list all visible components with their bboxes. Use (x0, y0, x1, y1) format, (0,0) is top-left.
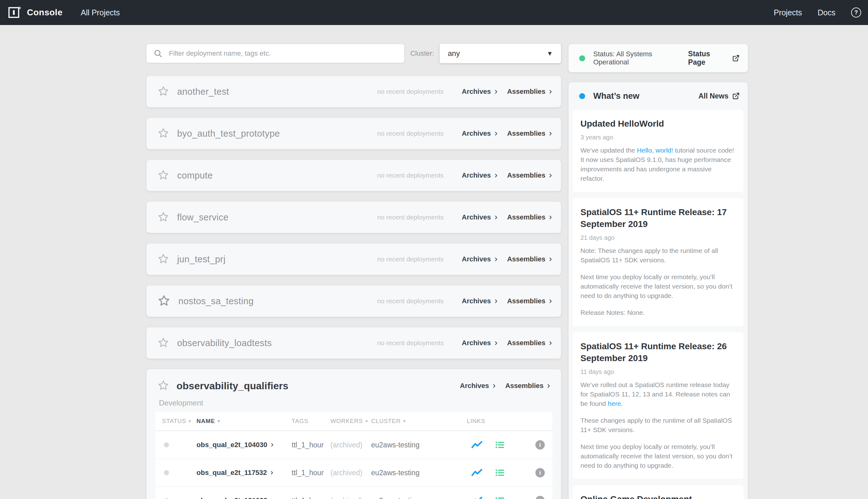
status-page-link[interactable]: Status Page (688, 50, 740, 66)
logs-link[interactable] (495, 468, 505, 478)
archives-link[interactable]: Archives (462, 171, 498, 180)
nav-projects[interactable]: Projects (774, 8, 802, 17)
archives-link[interactable]: Archives (460, 382, 497, 390)
archives-link[interactable]: Archives (462, 213, 498, 221)
project-card-right: no recent deployments Archives Assemblie… (377, 171, 553, 180)
archives-link[interactable]: Archives (462, 130, 498, 137)
nav-all-projects[interactable]: All Projects (81, 8, 120, 17)
news-text: Release Notes: None. (581, 309, 645, 316)
whats-new-title: What’s new (593, 91, 640, 101)
assemblies-link[interactable]: Assemblies (507, 339, 553, 347)
chevron-right-icon (492, 384, 497, 388)
archives-link[interactable]: Archives (462, 87, 498, 96)
deployment-name-link[interactable]: obs_qual_e2t_117532 (197, 469, 274, 477)
project-name[interactable]: jun_test_prj (177, 254, 226, 265)
log-list-icon (495, 440, 505, 450)
project-card[interactable]: byo_auth_test_prototype no recent deploy… (146, 118, 561, 149)
project-card-right: no recent deployments Archives Assemblie… (377, 297, 553, 305)
deployments-note: no recent deployments (377, 88, 443, 95)
help-icon[interactable]: ? (851, 8, 861, 17)
project-name[interactable]: compute (177, 170, 213, 181)
column-header-cluster[interactable]: CLUSTER▾ (367, 418, 463, 425)
deployment-links (463, 468, 520, 478)
project-card[interactable]: compute no recent deployments Archives A… (146, 160, 561, 191)
news-link[interactable]: Hello, world! (637, 147, 673, 154)
assemblies-link[interactable]: Assemblies (507, 255, 553, 263)
project-card[interactable]: flow_service no recent deployments Archi… (146, 202, 561, 233)
cluster-label: Cluster: (410, 49, 434, 58)
column-header-links: LINKS (463, 418, 520, 425)
star-icon[interactable] (157, 337, 170, 349)
star-icon[interactable] (157, 211, 170, 223)
project-card[interactable]: nostos_sa_testing no recent deployments … (146, 285, 561, 317)
news-paragraph: We’ve updated the Hello, world! tutorial… (581, 146, 735, 183)
news-text: These changes apply to the runtime of al… (581, 417, 732, 433)
logs-link[interactable] (495, 440, 505, 450)
deployments-note: no recent deployments (377, 255, 443, 263)
metrics-link[interactable] (471, 468, 483, 477)
sidebar: Status: All Systems Operational Status P… (569, 44, 748, 499)
star-icon[interactable] (157, 380, 170, 392)
external-link-icon (732, 92, 740, 100)
deployment-cluster: eu2aws-testing (371, 469, 420, 477)
column-header-status[interactable]: STATUS▾ (158, 418, 193, 425)
sort-caret-icon: ▾ (189, 418, 191, 424)
assemblies-link[interactable]: Assemblies (507, 171, 553, 180)
info-icon[interactable]: i (535, 468, 545, 477)
project-name[interactable]: byo_auth_test_prototype (177, 129, 280, 139)
search-input[interactable] (169, 49, 397, 58)
sort-caret-icon: ▾ (403, 418, 405, 424)
project-card[interactable]: observability_loadtests no recent deploy… (146, 327, 561, 358)
assemblies-link[interactable]: Assemblies (507, 130, 553, 137)
column-header-workers[interactable]: WORKERS▾ (327, 418, 367, 425)
project-name[interactable]: observability_qualifiers (177, 380, 288, 392)
star-icon[interactable] (157, 85, 170, 98)
news-text: Note: These changes apply to the runtime… (581, 247, 718, 264)
archives-link[interactable]: Archives (462, 297, 498, 305)
news-item: SpatialOS 11+ Runtime Release: 26 Septem… (573, 332, 744, 479)
chevron-right-icon (546, 384, 551, 388)
assemblies-link[interactable]: Assemblies (507, 297, 553, 305)
project-card-right: Archives Assemblies (451, 382, 551, 390)
info-icon[interactable]: i (535, 440, 545, 450)
project-card[interactable]: another_test no recent deployments Archi… (146, 76, 561, 107)
cluster-select[interactable]: any ▼ (440, 44, 561, 63)
project-card[interactable]: jun_test_prj no recent deployments Archi… (146, 244, 561, 275)
deployment-name-link[interactable]: obs_qual_e2t_131028 (197, 497, 274, 499)
star-icon[interactable] (157, 253, 170, 266)
status-text: Status: All Systems Operational (593, 50, 688, 66)
project-name[interactable]: observability_loadtests (177, 338, 272, 348)
star-icon[interactable] (157, 294, 171, 308)
news-item-title: SpatialOS 11+ Runtime Release: 17 Septem… (581, 206, 735, 230)
search-box (146, 44, 404, 63)
metrics-link[interactable] (471, 440, 483, 450)
chevron-right-icon (548, 215, 553, 220)
archives-link[interactable]: Archives (462, 255, 498, 263)
assemblies-link[interactable]: Assemblies (507, 87, 553, 96)
assemblies-link[interactable]: Assemblies (507, 213, 553, 221)
filter-row: Cluster: any ▼ (146, 44, 561, 63)
project-name[interactable]: another_test (177, 87, 229, 97)
deployment-status-dot (164, 470, 169, 475)
metrics-link[interactable] (471, 496, 483, 499)
info-icon[interactable]: i (535, 496, 545, 499)
improbable-logo-icon[interactable] (8, 6, 21, 19)
news-item-title: SpatialOS 11+ Runtime Release: 26 Septem… (581, 340, 735, 364)
all-news-link-label: All News (698, 92, 728, 100)
news-item-title: Updated HelloWorld (581, 118, 735, 130)
news-link[interactable]: here (608, 400, 621, 407)
app-title[interactable]: Console (27, 8, 62, 17)
project-name[interactable]: nostos_sa_testing (178, 296, 254, 306)
project-name[interactable]: flow_service (177, 212, 228, 223)
star-icon[interactable] (157, 127, 170, 140)
all-news-link[interactable]: All News (698, 92, 740, 100)
logs-link[interactable] (495, 496, 505, 499)
nav-docs[interactable]: Docs (818, 8, 835, 17)
assemblies-link[interactable]: Assemblies (506, 382, 551, 390)
deployment-name-link[interactable]: obs_qual_e2t_104030 (197, 441, 274, 449)
whats-new-card: What’s new All News Updated HelloWorld3 … (569, 82, 748, 499)
archives-link[interactable]: Archives (462, 339, 498, 347)
star-icon[interactable] (157, 169, 170, 182)
chevron-right-icon (494, 299, 498, 304)
column-header-name[interactable]: NAME▾ (193, 418, 288, 425)
